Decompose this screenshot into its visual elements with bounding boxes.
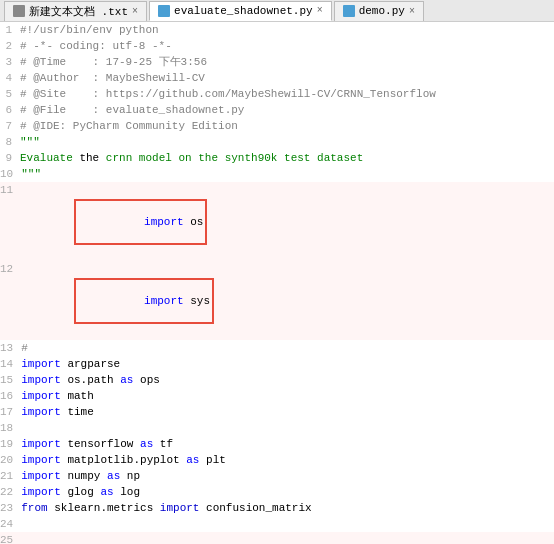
line-21: 21 import numpy as np	[0, 468, 554, 484]
line-14: 14 import argparse	[0, 356, 554, 372]
line-7: 7 # @IDE: PyCharm Community Edition	[0, 118, 554, 134]
line-12: 12 import sys	[0, 261, 554, 340]
tab-bar: 新建文本文档 .txt × evaluate_shadownet.py × de…	[0, 0, 554, 22]
line-24: 24	[0, 516, 554, 532]
tab-icon-evaluate	[158, 5, 170, 17]
editor-body: 1 #!/usr/bin/env python 2 # -*- coding: …	[0, 22, 554, 544]
tab-evaluate[interactable]: evaluate_shadownet.py ×	[149, 1, 332, 21]
line-9: 9 Evaluate the crnn model on the synth90…	[0, 150, 554, 166]
line-10: 10 """	[0, 166, 554, 182]
line-19: 19 import tensorflow as tf	[0, 436, 554, 452]
tab-icon-demo	[343, 5, 355, 17]
line-18: 18	[0, 420, 554, 436]
tab-close-evaluate[interactable]: ×	[317, 5, 323, 16]
line-11: 11 import os	[0, 182, 554, 261]
tab-icon-txt	[13, 5, 25, 17]
tab-label-demo: demo.py	[359, 5, 405, 17]
tab-label-new-doc: 新建文本文档 .txt	[29, 4, 128, 19]
code-container: 1 #!/usr/bin/env python 2 # -*- coding: …	[0, 22, 554, 544]
line-2: 2 # -*- coding: utf-8 -*-	[0, 38, 554, 54]
tab-new-doc[interactable]: 新建文本文档 .txt ×	[4, 1, 147, 21]
line-22: 22 import glog as log	[0, 484, 554, 500]
line-1: 1 #!/usr/bin/env python	[0, 22, 554, 38]
line-25: 25 sys.path.append(os.getcwd())	[0, 532, 554, 544]
tab-close-demo[interactable]: ×	[409, 6, 415, 17]
line-20: 20 import matplotlib.pyplot as plt	[0, 452, 554, 468]
line-6: 6 # @File : evaluate_shadownet.py	[0, 102, 554, 118]
line-3: 3 # @Time : 17-9-25 下午3:56	[0, 54, 554, 70]
line-4: 4 # @Author : MaybeShewill-CV	[0, 70, 554, 86]
tab-demo[interactable]: demo.py ×	[334, 1, 424, 21]
line-5: 5 # @Site : https://github.com/MaybeShew…	[0, 86, 554, 102]
tab-close-new-doc[interactable]: ×	[132, 6, 138, 17]
line-17: 17 import time	[0, 404, 554, 420]
line-15: 15 import os.path as ops	[0, 372, 554, 388]
line-23: 23 from sklearn.metrics import confusion…	[0, 500, 554, 516]
line-16: 16 import math	[0, 388, 554, 404]
line-8: 8 """	[0, 134, 554, 150]
line-13: 13 #	[0, 340, 554, 356]
tab-label-evaluate: evaluate_shadownet.py	[174, 5, 313, 17]
